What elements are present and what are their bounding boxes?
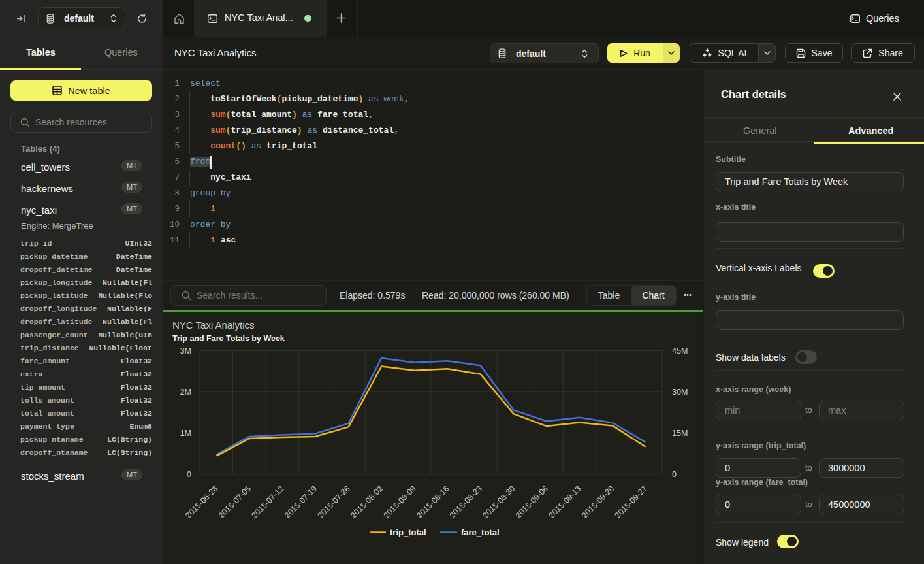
svg-text:2015-09-20: 2015-09-20: [580, 484, 616, 520]
svg-text:fare_total: fare_total: [461, 527, 500, 537]
svg-text:trip_total: trip_total: [390, 527, 426, 537]
svg-text:2015-08-09: 2015-08-09: [382, 484, 418, 520]
svg-text:1M: 1M: [180, 429, 191, 438]
svg-text:2M: 2M: [180, 388, 191, 397]
svg-text:2015-08-16: 2015-08-16: [415, 484, 451, 520]
svg-text:45M: 45M: [672, 346, 688, 356]
svg-text:Trip and Fare Totals by Week: Trip and Fare Totals by Week: [172, 334, 285, 343]
svg-text:2015-08-02: 2015-08-02: [349, 484, 385, 520]
svg-text:2015-08-23: 2015-08-23: [448, 484, 484, 520]
svg-text:2015-09-27: 2015-09-27: [613, 484, 649, 520]
svg-text:3M: 3M: [180, 346, 191, 356]
svg-text:15M: 15M: [672, 429, 688, 438]
svg-text:2015-07-05: 2015-07-05: [217, 484, 253, 520]
svg-text:2015-06-28: 2015-06-28: [183, 484, 219, 520]
svg-text:NYC Taxi Analytics: NYC Taxi Analytics: [172, 320, 255, 331]
svg-text:2015-09-13: 2015-09-13: [547, 484, 583, 520]
svg-text:2015-09-06: 2015-09-06: [514, 484, 550, 520]
svg-text:0: 0: [187, 470, 191, 479]
svg-text:2015-08-30: 2015-08-30: [481, 484, 517, 520]
svg-text:0: 0: [672, 470, 677, 479]
svg-text:2015-07-12: 2015-07-12: [249, 484, 285, 520]
svg-text:2015-07-19: 2015-07-19: [283, 484, 319, 520]
svg-text:30M: 30M: [672, 388, 688, 397]
svg-text:2015-07-26: 2015-07-26: [316, 484, 352, 520]
